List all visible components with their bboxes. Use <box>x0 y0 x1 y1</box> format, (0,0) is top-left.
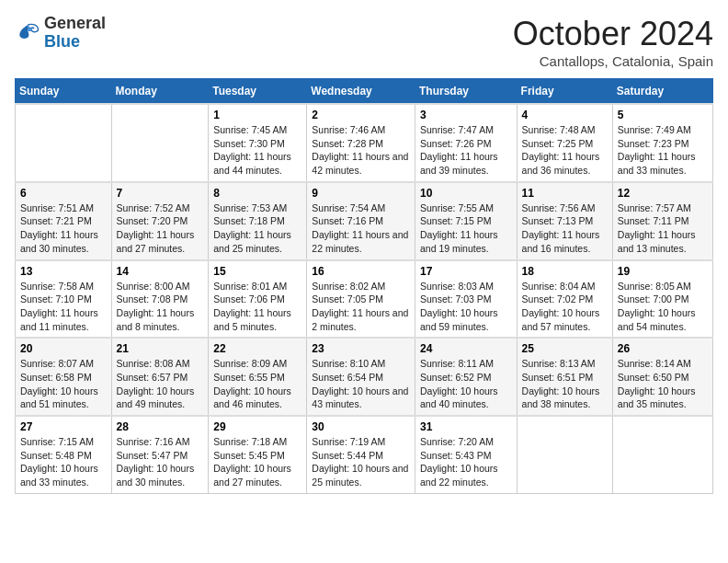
calendar-cell <box>517 416 612 493</box>
location: Cantallops, Catalonia, Spain <box>513 53 713 69</box>
calendar-cell: 12Sunrise: 7:57 AMSunset: 7:11 PMDayligh… <box>612 182 712 260</box>
calendar-cell: 29Sunrise: 7:18 AMSunset: 5:45 PMDayligh… <box>209 416 307 493</box>
day-header-sunday: Sunday <box>16 79 112 105</box>
calendar-cell: 6Sunrise: 7:51 AMSunset: 7:21 PMDaylight… <box>16 182 112 260</box>
day-header-tuesday: Tuesday <box>209 79 307 105</box>
day-number: 29 <box>213 420 301 433</box>
day-header-wednesday: Wednesday <box>307 79 415 105</box>
calendar-header-row: SundayMondayTuesdayWednesdayThursdayFrid… <box>16 79 713 105</box>
day-header-friday: Friday <box>517 79 612 105</box>
day-header-thursday: Thursday <box>415 79 517 105</box>
day-number: 3 <box>420 109 512 121</box>
calendar-cell: 7Sunrise: 7:52 AMSunset: 7:20 PMDaylight… <box>111 182 209 260</box>
calendar-cell: 30Sunrise: 7:19 AMSunset: 5:44 PMDayligh… <box>307 416 415 493</box>
day-number: 10 <box>420 187 512 200</box>
calendar-cell: 20Sunrise: 8:07 AMSunset: 6:58 PMDayligh… <box>16 338 112 416</box>
day-number: 11 <box>522 187 608 200</box>
day-header-monday: Monday <box>111 79 209 105</box>
day-info: Sunrise: 7:52 AMSunset: 7:20 PMDaylight:… <box>117 201 204 256</box>
day-header-saturday: Saturday <box>612 79 712 105</box>
day-info: Sunrise: 7:15 AMSunset: 5:48 PMDaylight:… <box>20 435 107 489</box>
calendar-week-row: 13Sunrise: 7:58 AMSunset: 7:10 PMDayligh… <box>16 260 713 339</box>
day-number: 24 <box>420 342 512 355</box>
calendar-cell: 31Sunrise: 7:20 AMSunset: 5:43 PMDayligh… <box>415 416 517 493</box>
calendar-cell: 19Sunrise: 8:05 AMSunset: 7:00 PMDayligh… <box>612 260 712 339</box>
day-info: Sunrise: 8:05 AMSunset: 7:00 PMDaylight:… <box>618 280 708 334</box>
day-info: Sunrise: 7:56 AMSunset: 7:13 PMDaylight:… <box>522 201 608 256</box>
day-info: Sunrise: 8:10 AMSunset: 6:54 PMDaylight:… <box>312 357 410 411</box>
day-info: Sunrise: 7:48 AMSunset: 7:25 PMDaylight:… <box>522 123 608 178</box>
day-info: Sunrise: 8:14 AMSunset: 6:50 PMDaylight:… <box>618 357 708 411</box>
calendar-cell: 11Sunrise: 7:56 AMSunset: 7:13 PMDayligh… <box>517 182 612 260</box>
calendar-week-row: 6Sunrise: 7:51 AMSunset: 7:21 PMDaylight… <box>16 182 713 260</box>
calendar-cell: 26Sunrise: 8:14 AMSunset: 6:50 PMDayligh… <box>612 338 712 416</box>
day-number: 23 <box>312 342 410 355</box>
day-number: 7 <box>117 187 204 200</box>
page-header: General Blue October 2024 Cantallops, Ca… <box>15 15 713 69</box>
day-number: 8 <box>213 187 301 200</box>
calendar-cell: 5Sunrise: 7:49 AMSunset: 7:23 PMDaylight… <box>612 104 712 182</box>
day-number: 16 <box>312 265 410 278</box>
day-info: Sunrise: 8:04 AMSunset: 7:02 PMDaylight:… <box>522 280 608 334</box>
day-info: Sunrise: 7:55 AMSunset: 7:15 PMDaylight:… <box>420 201 512 256</box>
day-number: 5 <box>618 109 708 121</box>
calendar-cell <box>111 104 209 182</box>
day-info: Sunrise: 7:16 AMSunset: 5:47 PMDaylight:… <box>117 435 204 489</box>
calendar-cell: 8Sunrise: 7:53 AMSunset: 7:18 PMDaylight… <box>209 182 307 260</box>
calendar-cell <box>612 416 712 493</box>
calendar-cell: 21Sunrise: 8:08 AMSunset: 6:57 PMDayligh… <box>111 338 209 416</box>
day-number: 9 <box>312 187 410 200</box>
day-info: Sunrise: 8:11 AMSunset: 6:52 PMDaylight:… <box>420 357 512 411</box>
day-info: Sunrise: 8:07 AMSunset: 6:58 PMDaylight:… <box>20 357 107 411</box>
calendar-cell <box>16 104 112 182</box>
day-info: Sunrise: 7:20 AMSunset: 5:43 PMDaylight:… <box>420 435 512 489</box>
day-info: Sunrise: 7:46 AMSunset: 7:28 PMDaylight:… <box>312 123 410 178</box>
calendar-cell: 16Sunrise: 8:02 AMSunset: 7:05 PMDayligh… <box>307 260 415 339</box>
calendar-cell: 2Sunrise: 7:46 AMSunset: 7:28 PMDaylight… <box>307 104 415 182</box>
calendar-cell: 3Sunrise: 7:47 AMSunset: 7:26 PMDaylight… <box>415 104 517 182</box>
calendar-cell: 27Sunrise: 7:15 AMSunset: 5:48 PMDayligh… <box>16 416 112 493</box>
day-info: Sunrise: 8:00 AMSunset: 7:08 PMDaylight:… <box>117 280 204 334</box>
day-number: 20 <box>20 342 107 355</box>
month-title: October 2024 <box>513 15 713 53</box>
day-info: Sunrise: 8:09 AMSunset: 6:55 PMDaylight:… <box>213 357 301 411</box>
day-number: 1 <box>213 109 301 121</box>
day-number: 27 <box>20 420 107 433</box>
day-number: 13 <box>20 265 107 278</box>
day-number: 22 <box>213 342 301 355</box>
logo-icon <box>15 20 40 46</box>
day-info: Sunrise: 7:45 AMSunset: 7:30 PMDaylight:… <box>213 123 301 178</box>
day-number: 19 <box>618 265 708 278</box>
day-number: 26 <box>618 342 708 355</box>
day-info: Sunrise: 7:47 AMSunset: 7:26 PMDaylight:… <box>420 123 512 178</box>
day-info: Sunrise: 7:58 AMSunset: 7:10 PMDaylight:… <box>20 280 107 334</box>
day-number: 18 <box>522 265 608 278</box>
calendar-cell: 4Sunrise: 7:48 AMSunset: 7:25 PMDaylight… <box>517 104 612 182</box>
day-number: 25 <box>522 342 608 355</box>
day-info: Sunrise: 7:51 AMSunset: 7:21 PMDaylight:… <box>20 201 107 256</box>
day-info: Sunrise: 7:49 AMSunset: 7:23 PMDaylight:… <box>618 123 708 178</box>
calendar-cell: 14Sunrise: 8:00 AMSunset: 7:08 PMDayligh… <box>111 260 209 339</box>
calendar-cell: 23Sunrise: 8:10 AMSunset: 6:54 PMDayligh… <box>307 338 415 416</box>
day-info: Sunrise: 7:57 AMSunset: 7:11 PMDaylight:… <box>618 201 708 256</box>
calendar-week-row: 27Sunrise: 7:15 AMSunset: 5:48 PMDayligh… <box>16 416 713 493</box>
calendar-table: SundayMondayTuesdayWednesdayThursdayFrid… <box>15 78 713 494</box>
day-number: 6 <box>20 187 107 200</box>
day-number: 4 <box>522 109 608 121</box>
logo: General Blue <box>15 15 106 52</box>
day-info: Sunrise: 7:53 AMSunset: 7:18 PMDaylight:… <box>213 201 301 256</box>
day-info: Sunrise: 8:02 AMSunset: 7:05 PMDaylight:… <box>312 280 410 334</box>
calendar-cell: 24Sunrise: 8:11 AMSunset: 6:52 PMDayligh… <box>415 338 517 416</box>
calendar-cell: 9Sunrise: 7:54 AMSunset: 7:16 PMDaylight… <box>307 182 415 260</box>
day-number: 21 <box>117 342 204 355</box>
calendar-cell: 15Sunrise: 8:01 AMSunset: 7:06 PMDayligh… <box>209 260 307 339</box>
day-number: 28 <box>117 420 204 433</box>
day-number: 2 <box>312 109 410 121</box>
day-info: Sunrise: 8:03 AMSunset: 7:03 PMDaylight:… <box>420 280 512 334</box>
title-block: October 2024 Cantallops, Catalonia, Spai… <box>513 15 713 69</box>
day-number: 15 <box>213 265 301 278</box>
calendar-cell: 22Sunrise: 8:09 AMSunset: 6:55 PMDayligh… <box>209 338 307 416</box>
day-number: 14 <box>117 265 204 278</box>
day-info: Sunrise: 8:13 AMSunset: 6:51 PMDaylight:… <box>522 357 608 411</box>
day-number: 12 <box>618 187 708 200</box>
